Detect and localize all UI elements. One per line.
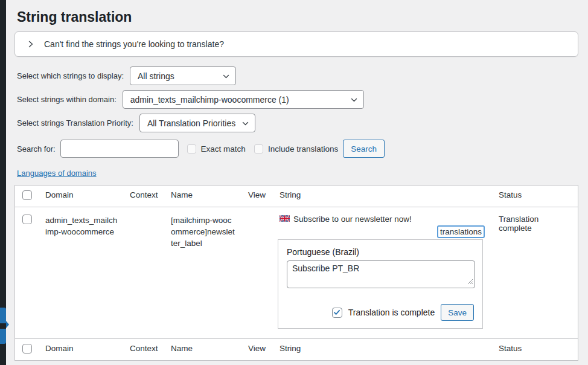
filters-section: Select which strings to display: All str… [17,66,580,132]
domain-filter-select[interactable]: admin_texts_mailchimp-woocommerce (1) [123,90,364,109]
include-translations-checkbox[interactable] [254,144,263,153]
row-string-cell: Subscribe to our newsletter now! transla… [273,207,493,338]
uk-flag-icon [280,215,290,224]
chevron-down-icon [350,96,358,106]
table-row: admin_texts_mailchimp-woocommerce [mailc… [15,207,578,338]
column-header-status: Status [493,186,578,207]
column-header-context: Context [124,186,165,207]
table-header-row: Domain Context Name View String Status [15,186,578,207]
select-all-checkbox[interactable] [22,190,32,200]
admin-menu-highlight[interactable] [0,329,6,344]
row-view [242,207,273,338]
main-content: String translation Can't find the string… [6,9,588,365]
translation-complete-checkbox[interactable] [332,308,342,318]
chevron-right-icon[interactable] [27,40,34,48]
column-header-view: View [242,186,273,207]
exact-match-label: Exact match [201,144,246,153]
admin-menu-highlight[interactable] [0,308,6,323]
search-section: Search for: Exact match Include translat… [17,140,580,158]
row-string-text: Subscribe to our newsletter now! [293,215,412,224]
row-context [124,207,165,338]
cant-find-strings-banner[interactable]: Can't find the strings you're looking to… [14,31,578,57]
row-domain: admin_texts_mailchimp-woocommerce [39,207,124,338]
priority-filter-value: All Translation Priorities [147,118,235,128]
footer-column-view: View [242,339,273,360]
row-name: [mailchimp-woocommerce]newsletter_label [165,207,242,338]
footer-column-status: Status [493,339,578,360]
column-header-string: String [273,186,493,207]
display-filter-select[interactable]: All strings [130,66,236,85]
save-button[interactable]: Save [441,304,474,321]
priority-filter-select[interactable]: All Translation Priorities [139,114,255,132]
display-filter-label: Select which strings to display: [17,71,124,80]
select-all-checkbox-footer[interactable] [22,344,32,354]
page-title: String translation [17,9,580,25]
exact-match-checkbox[interactable] [187,144,196,153]
domain-filter-value: admin_texts_mailchimp-woocommerce (1) [130,95,289,105]
admin-sidebar-strip [0,0,6,365]
search-input[interactable] [60,140,179,158]
strings-table: Domain Context Name View String Status a… [14,185,578,361]
translation-textarea[interactable]: Subscribe PT_BR [287,260,475,288]
chevron-down-icon [222,73,230,82]
filter-row-priority: Select strings Translation Priority: All… [17,114,580,132]
footer-column-domain: Domain [39,339,124,360]
column-header-name: Name [165,186,242,207]
table-footer-row: Domain Context Name View String Status [15,338,578,360]
footer-column-context: Context [124,339,165,360]
chevron-down-icon [241,120,249,129]
display-filter-value: All strings [138,71,174,81]
row-checkbox[interactable] [22,215,32,224]
languages-of-domains-link[interactable]: Languages of domains [17,169,97,178]
column-header-domain: Domain [39,186,124,207]
row-status: Translation complete [493,207,578,338]
translation-language-label: Portuguese (Brazil) [287,247,474,257]
translation-editor-panel: Portuguese (Brazil) Subscribe PT_BR Tran… [278,239,483,329]
priority-filter-label: Select strings Translation Priority: [17,118,133,128]
include-translations-label: Include translations [268,144,338,153]
filter-row-domain: Select strings within domain: admin_text… [17,90,580,109]
translations-toggle-link[interactable]: translations [437,225,485,238]
footer-column-name: Name [165,339,242,360]
translation-complete-label: Translation is complete [348,308,435,317]
banner-text: Can't find the strings you're looking to… [44,39,224,49]
footer-column-string: String [273,339,493,360]
search-label: Search for: [17,144,56,153]
filter-row-display: Select which strings to display: All str… [17,66,580,85]
domain-filter-label: Select strings within domain: [17,95,117,104]
search-button[interactable]: Search [343,140,385,158]
